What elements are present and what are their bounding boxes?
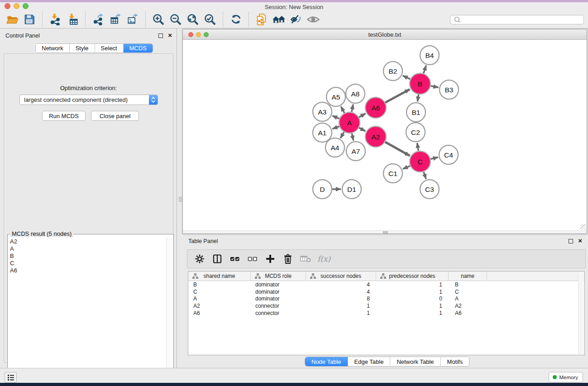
cell-mcds-role[interactable]: dominator bbox=[251, 289, 306, 295]
export-table-button[interactable] bbox=[108, 12, 123, 27]
graph-edge[interactable] bbox=[359, 128, 365, 131]
mcds-result-list[interactable]: A2 A B C A6 bbox=[8, 238, 166, 386]
function-builder-button[interactable]: f(x) bbox=[317, 254, 330, 263]
cell-predecessor-nodes[interactable]: 1 bbox=[376, 289, 449, 295]
cell-predecessor-nodes[interactable]: 1 bbox=[376, 310, 449, 316]
zoom-out-button[interactable] bbox=[168, 12, 183, 27]
tab-motifs[interactable]: Motifs bbox=[441, 357, 469, 366]
graph-edge[interactable] bbox=[341, 106, 344, 113]
import-table-button[interactable] bbox=[65, 12, 80, 27]
cell-shared-name[interactable]: A2 bbox=[188, 303, 251, 309]
duplicate-network-button[interactable] bbox=[254, 12, 269, 27]
table-row[interactable]: C dominator 4 1 C bbox=[188, 288, 584, 295]
run-mcds-button[interactable]: Run MCDS bbox=[42, 111, 86, 121]
import-network-button[interactable] bbox=[48, 12, 63, 27]
network-vertical-scrollbar-thumb[interactable] bbox=[179, 197, 182, 202]
table-row[interactable]: A dominator 8 0 A bbox=[188, 295, 584, 303]
graph-edge[interactable] bbox=[340, 132, 344, 138]
table-scrollbar[interactable] bbox=[578, 272, 584, 354]
column-header-name[interactable]: name bbox=[449, 272, 487, 281]
deselect-all-button[interactable] bbox=[246, 252, 259, 266]
cell-successor-nodes[interactable]: 1 bbox=[306, 303, 376, 309]
zoom-selected-button[interactable] bbox=[202, 12, 218, 27]
memory-button[interactable]: Memory bbox=[549, 372, 583, 382]
task-history-button[interactable] bbox=[5, 372, 17, 383]
cell-predecessor-nodes[interactable]: 1 bbox=[376, 303, 449, 309]
cell-name[interactable]: A6 bbox=[449, 310, 487, 316]
cell-shared-name[interactable]: A6 bbox=[188, 310, 251, 316]
refresh-button[interactable] bbox=[228, 12, 244, 27]
cell-name[interactable]: A2 bbox=[449, 303, 487, 309]
graph-edge[interactable] bbox=[424, 172, 426, 179]
graph-edge[interactable] bbox=[424, 66, 426, 73]
cell-predecessor-nodes[interactable]: 1 bbox=[376, 281, 449, 288]
show-columns-button[interactable] bbox=[210, 252, 224, 266]
column-header-successor-nodes[interactable]: successor nodes bbox=[306, 272, 376, 281]
table-row[interactable]: A6 connector 1 1 A6 bbox=[188, 310, 584, 317]
close-panel-button[interactable]: Close panel bbox=[91, 111, 139, 121]
search-box[interactable] bbox=[450, 15, 584, 24]
network-graph[interactable]: AA1A2A3A4A5A6A7A8BB1B2B3B4CC1C2C3C4DD1 bbox=[183, 40, 587, 230]
tab-network-table[interactable]: Network Table bbox=[390, 357, 440, 366]
close-panel-icon[interactable]: × bbox=[168, 33, 172, 38]
graph-edge[interactable] bbox=[403, 166, 410, 169]
export-network-button[interactable] bbox=[91, 12, 106, 27]
cell-successor-nodes[interactable]: 1 bbox=[306, 310, 376, 316]
export-image-button[interactable] bbox=[125, 12, 140, 27]
graph-edge[interactable] bbox=[417, 95, 418, 101]
graph-edge[interactable] bbox=[333, 126, 339, 129]
graph-edge[interactable] bbox=[352, 133, 354, 140]
column-header-mcds-role[interactable]: MCDS role bbox=[251, 272, 306, 281]
cell-shared-name[interactable]: A bbox=[188, 295, 251, 302]
column-header-shared-name[interactable]: shared name bbox=[188, 272, 251, 281]
cell-shared-name[interactable]: C bbox=[188, 289, 251, 295]
tab-mcds[interactable]: MCDS bbox=[124, 44, 153, 52]
close-panel-icon[interactable]: × bbox=[578, 238, 582, 243]
graph-edge[interactable] bbox=[352, 105, 353, 112]
zoom-fit-button[interactable] bbox=[185, 12, 201, 27]
graph-edge[interactable] bbox=[385, 142, 410, 156]
cell-name[interactable]: B bbox=[449, 281, 487, 288]
tab-select[interactable]: Select bbox=[95, 44, 124, 52]
cell-successor-nodes[interactable]: 4 bbox=[306, 281, 376, 288]
result-item[interactable]: A6 bbox=[10, 267, 166, 274]
graph-edge[interactable] bbox=[431, 86, 439, 87]
result-item[interactable]: A2 bbox=[10, 238, 166, 245]
open-file-button[interactable] bbox=[5, 12, 20, 27]
table-row[interactable]: A2 connector 1 1 A2 bbox=[188, 302, 584, 310]
graph-edge[interactable] bbox=[385, 89, 410, 102]
save-session-button[interactable] bbox=[22, 12, 37, 27]
cell-mcds-role[interactable]: dominator bbox=[251, 281, 306, 288]
graph-edge[interactable] bbox=[359, 114, 366, 117]
delete-row-button[interactable] bbox=[281, 252, 295, 266]
network-horizontal-scrollbar[interactable] bbox=[183, 230, 587, 234]
result-item[interactable]: C bbox=[10, 260, 166, 267]
result-scrollbar[interactable] bbox=[166, 238, 173, 386]
home-button[interactable] bbox=[271, 12, 287, 27]
cell-mcds-role[interactable]: connector bbox=[251, 303, 306, 309]
zoom-in-button[interactable] bbox=[151, 12, 166, 27]
cell-successor-nodes[interactable]: 4 bbox=[306, 289, 376, 295]
result-item[interactable]: B bbox=[10, 253, 166, 260]
tab-edge-table[interactable]: Edge Table bbox=[348, 357, 391, 366]
tab-network[interactable]: Network bbox=[36, 44, 70, 52]
network-canvas[interactable]: AA1A2A3A4A5A6A7A8BB1B2B3B4CC1C2C3C4DD1 bbox=[183, 40, 587, 230]
search-input[interactable] bbox=[462, 16, 583, 24]
show-hide-annotations-button[interactable] bbox=[306, 12, 321, 27]
cell-mcds-role[interactable]: connector bbox=[251, 310, 306, 316]
graph-edge[interactable] bbox=[417, 143, 419, 151]
cell-predecessor-nodes[interactable]: 0 bbox=[376, 295, 449, 302]
graph-edge[interactable] bbox=[403, 76, 411, 79]
result-item[interactable]: A bbox=[10, 245, 166, 253]
cell-shared-name[interactable]: B bbox=[188, 281, 251, 288]
show-hide-graphics-details-button[interactable] bbox=[288, 12, 304, 27]
float-panel-icon[interactable] bbox=[569, 239, 573, 243]
cell-successor-nodes[interactable]: 8 bbox=[306, 295, 376, 302]
add-row-button[interactable] bbox=[263, 252, 277, 266]
scrollbar-thumb[interactable] bbox=[383, 231, 388, 234]
cell-mcds-role[interactable]: dominator bbox=[251, 295, 306, 302]
tab-node-table[interactable]: Node Table bbox=[305, 357, 348, 366]
tab-style[interactable]: Style bbox=[70, 44, 95, 52]
table-row[interactable]: B dominator 4 1 B bbox=[188, 281, 584, 288]
delete-table-button[interactable] bbox=[299, 252, 312, 266]
